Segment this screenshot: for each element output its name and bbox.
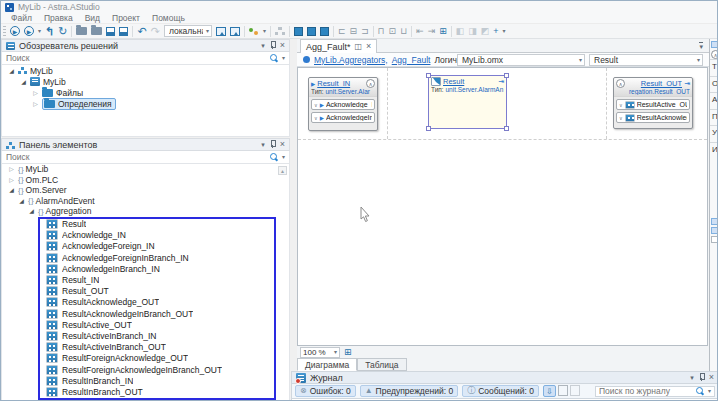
block-title-link[interactable]: Result: [443, 77, 496, 86]
journal-close-icon[interactable]: ×: [709, 373, 714, 382]
search-icon[interactable]: [270, 153, 279, 162]
solution-explorer-search[interactable]: ▾: [1, 52, 290, 65]
menu-item[interactable]: Помощь: [147, 13, 190, 23]
toolbox-node-aggregation[interactable]: ◢ { } Aggregation: [2, 206, 289, 217]
new-folder-icon[interactable]: [76, 27, 87, 35]
journal-search-caret-icon[interactable]: ▾: [708, 388, 711, 394]
expander-icon[interactable]: ▷: [32, 90, 39, 96]
toolbox-search[interactable]: ▾: [1, 151, 290, 164]
toolbox-item[interactable]: AcknowledgeInBranch_IN: [40, 263, 274, 274]
tab-close-icon[interactable]: ×: [366, 42, 371, 51]
start-icon[interactable]: ▶: [10, 26, 20, 36]
toolbox-item[interactable]: ResultActiveInBranch_IN: [40, 330, 274, 341]
journal-pin-icon[interactable]: [698, 373, 705, 382]
fit-to-screen-icon[interactable]: ⊞: [344, 348, 352, 357]
build-all-icon[interactable]: [230, 27, 240, 36]
toolbox-item[interactable]: Result: [40, 219, 274, 230]
align-top-icon[interactable]: ⊓: [378, 27, 385, 36]
undo-icon[interactable]: ↶: [137, 26, 146, 37]
block-port-row[interactable]: ∨ ▶ AcknowledgeInBr: [311, 112, 375, 123]
block-result-out[interactable]: ∧ Result_OUT ⇥ regation.Result_OUT ∨ Res…: [613, 77, 693, 129]
port-chevron-icon[interactable]: ∨: [314, 102, 318, 108]
tree-node-files[interactable]: ▷ Файлы: [2, 87, 289, 98]
document-tab-active[interactable]: Agg_Fault* ◫ ×: [300, 39, 377, 53]
expander-icon[interactable]: ▷: [32, 101, 39, 107]
messages-filter-button[interactable]: ⓘ Сообщений: 0: [462, 385, 539, 397]
align-middle-icon[interactable]: ⊡: [389, 27, 397, 36]
edit-group-icon[interactable]: [307, 27, 316, 36]
block-port-row[interactable]: ∨ ResultActive_OUT: [616, 99, 690, 110]
toolbox-item[interactable]: ResultInBranch_OUT: [40, 386, 274, 397]
same-height-icon[interactable]: ⇥: [428, 27, 436, 36]
bring-to-front-icon[interactable]: ◧: [456, 27, 465, 36]
toolbox-close-icon[interactable]: ×: [280, 140, 285, 149]
build-icon[interactable]: [216, 27, 226, 36]
zoom-select[interactable]: 100 % ▾: [300, 347, 340, 358]
errors-filter-button[interactable]: ⊗ Ошибок: 0: [295, 385, 356, 397]
block-port-row[interactable]: ∨ ▶ Acknowledge_IN: [311, 99, 375, 110]
selection-handle[interactable]: [504, 73, 509, 78]
menu-item[interactable]: Проект: [107, 13, 145, 23]
toolbox-menu-caret-icon[interactable]: ▾: [261, 141, 265, 148]
toolbox-item[interactable]: ResultActiveInBranch_OUT: [40, 342, 274, 353]
zoom-caret-icon[interactable]: ▾: [334, 349, 337, 355]
selection-handle[interactable]: [504, 126, 509, 131]
toolbar-overflow-caret-icon[interactable]: ▾: [503, 28, 506, 34]
subtitle-link[interactable]: regation.Result_OUT: [629, 88, 690, 95]
align-right-icon[interactable]: ⊐: [361, 27, 369, 36]
block-port-row[interactable]: ∨ ResultAcknowled: [616, 112, 690, 123]
block-result-selected[interactable]: Result ⇥ Тип: unit.Server.AlarmAn: [428, 75, 507, 129]
block-result-in[interactable]: ▶ Result_IN ∧ Тип: unit.Server.Alar ∨ ▶ …: [308, 77, 378, 131]
toolbox-item[interactable]: Acknowledge_IN: [40, 230, 274, 241]
connect-icon[interactable]: ▶: [24, 26, 34, 36]
expander-icon[interactable]: ▷: [8, 177, 15, 183]
open-folder-icon[interactable]: [91, 27, 102, 35]
file-combo[interactable]: MyLib.omx ▾: [457, 54, 585, 66]
size-to-grid-icon[interactable]: ⊞: [439, 27, 447, 36]
toolbox-item[interactable]: Result_IN: [40, 274, 274, 285]
type-link[interactable]: unit.Server.Alar: [325, 88, 369, 95]
tree-node-project[interactable]: ◢ MyLib: [2, 76, 289, 87]
tabstrip-pin-icon[interactable]: ▾: [699, 42, 703, 50]
tab-table[interactable]: Таблица: [357, 358, 406, 371]
toolbox-node-alarmandevent[interactable]: ◢ { } AlarmAndEvent: [2, 196, 289, 207]
toolbox-item[interactable]: ResultForeignAcknowledge_OUT: [40, 353, 274, 364]
expander-icon[interactable]: ◢: [28, 208, 35, 214]
save-icon[interactable]: [106, 27, 115, 36]
toolbox-item[interactable]: ResultActive_OUT: [40, 319, 274, 330]
block-title-link[interactable]: Result_OUT: [627, 79, 682, 88]
ungroup-icon[interactable]: [320, 27, 329, 36]
member-combo[interactable]: Result ▾: [589, 54, 703, 66]
tab-diagram[interactable]: Диаграмма: [297, 358, 357, 371]
navigate-up-icon[interactable]: ↰: [45, 26, 54, 37]
dependency-graph-icon[interactable]: [275, 27, 285, 36]
start-debug-icon[interactable]: [249, 27, 259, 36]
group-icon[interactable]: [294, 27, 303, 36]
expander-icon[interactable]: ◢: [20, 79, 27, 85]
configuration-combo-caret-icon[interactable]: ▾: [206, 28, 209, 34]
tab-float-icon[interactable]: ◫: [355, 43, 363, 51]
configuration-combo[interactable]: локальная ▾: [164, 25, 212, 37]
clipped-collapse-icon[interactable]: ∧: [711, 50, 718, 59]
solution-explorer-pin-icon[interactable]: [269, 41, 276, 50]
refresh-icon[interactable]: ↻: [58, 26, 67, 37]
toolbox-node-omserver[interactable]: ◢ { } Om.Server: [2, 185, 289, 196]
search-icon[interactable]: [270, 54, 279, 63]
save-all-icon[interactable]: [119, 27, 128, 36]
solution-explorer-close-icon[interactable]: ×: [280, 41, 285, 50]
toolbox-node-omplc[interactable]: ▷ { } Om.PLC: [2, 175, 289, 186]
toolbox-item[interactable]: ResultInBranch_IN: [40, 375, 274, 386]
journal-menu-caret-icon[interactable]: ▾: [690, 374, 694, 381]
selected-node[interactable]: Определения: [42, 98, 116, 110]
journal-search[interactable]: ▾: [595, 386, 715, 397]
toolbar-grip[interactable]: [3, 26, 6, 37]
expander-icon[interactable]: ▷: [8, 166, 15, 172]
autoscroll-toggle-icon[interactable]: ⇩: [543, 385, 556, 397]
expander-icon[interactable]: ◢: [18, 198, 25, 204]
breadcrumb-namespace-link[interactable]: MyLib.Aggregators,: [314, 55, 388, 65]
block-title-link[interactable]: Result_IN: [317, 79, 364, 88]
journal-search-input[interactable]: [599, 386, 693, 396]
arrange-icon[interactable]: ◩: [481, 27, 490, 36]
toolbox-item[interactable]: AcknowledgeForeign_IN: [40, 241, 274, 252]
file-combo-caret-icon[interactable]: ▾: [579, 57, 582, 63]
